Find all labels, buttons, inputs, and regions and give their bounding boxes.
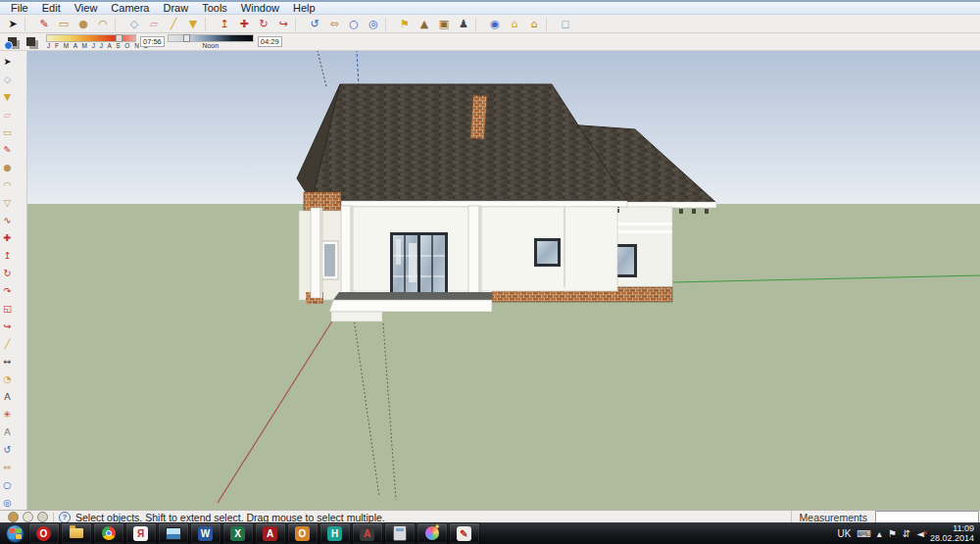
arc-tool-button[interactable]: ◠ xyxy=(0,176,15,194)
taskbar-item-teal-h-app[interactable]: H xyxy=(319,522,351,544)
tray-clock[interactable]: 11:09 28.02.2014 xyxy=(930,523,974,543)
tape-measure-tool-button[interactable]: ╱ xyxy=(165,16,183,33)
taskbar-item-acrobat-reader[interactable]: A xyxy=(255,522,286,544)
shadow-time-slider[interactable]: Noon xyxy=(168,34,254,50)
make-component-tool-button[interactable]: ◇ xyxy=(0,71,15,88)
start-button[interactable] xyxy=(2,523,27,543)
viewport-canvas[interactable] xyxy=(27,51,980,510)
taskbar-item-explorer[interactable] xyxy=(61,522,92,544)
menu-tools[interactable]: Tools xyxy=(195,2,234,14)
rectangle-tool-button[interactable]: ▭ xyxy=(0,124,15,141)
orbit-tool-button[interactable]: ↺ xyxy=(306,16,324,33)
menu-window[interactable]: Window xyxy=(234,2,286,14)
credit-icon[interactable] xyxy=(8,512,19,522)
taskbar-item-word[interactable]: W xyxy=(190,522,221,544)
rotate-tool-button[interactable]: ↻ xyxy=(0,265,15,282)
eraser-tool-button[interactable]: ▱ xyxy=(0,106,15,124)
taskbar-item-opera[interactable]: O xyxy=(28,522,60,544)
paint-bucket-icon: ▼ xyxy=(4,92,11,102)
taskbar-item-paint-app[interactable] xyxy=(416,522,448,544)
circle-tool-button[interactable]: ● xyxy=(0,159,15,176)
zoom-tool-button[interactable]: ○ xyxy=(345,16,364,33)
push-pull-tool-button[interactable]: ↥ xyxy=(0,247,15,265)
help-icon[interactable]: ? xyxy=(59,512,71,523)
paint-bucket-tool-button[interactable]: ▼ xyxy=(0,88,15,106)
make-component-tool-button[interactable]: ◇ xyxy=(125,16,144,33)
separator xyxy=(53,513,54,522)
speaker-muted-icon[interactable]: ◄ xyxy=(916,528,924,539)
sunset-time: 04:29 xyxy=(258,36,282,47)
language-indicator[interactable]: UK xyxy=(838,528,852,539)
toggle-shadows-button[interactable] xyxy=(22,34,39,50)
offset-tool-button[interactable]: ↪ xyxy=(274,16,293,33)
get-models-tool-button[interactable]: ⌂ xyxy=(506,16,524,33)
taskbar-item-calculator[interactable] xyxy=(384,522,416,544)
date-slider-track[interactable] xyxy=(46,34,136,42)
axes-tool-button[interactable]: ✳ xyxy=(0,406,15,423)
photo-textures-tool-button[interactable]: ▣ xyxy=(435,16,454,33)
move-tool-button[interactable]: ✚ xyxy=(235,16,254,33)
orbit-tool-button[interactable]: ↺ xyxy=(0,441,15,459)
sketchup-icon: ✎ xyxy=(457,526,471,541)
line-tool-button[interactable]: ✎ xyxy=(0,141,15,159)
taskbar-item-chrome[interactable] xyxy=(93,522,124,544)
share-model-tool-button[interactable]: ⌂ xyxy=(525,16,544,33)
dimension-tool-button[interactable]: ↔ xyxy=(0,353,15,371)
circle-tool-button[interactable]: ● xyxy=(74,16,93,33)
keyboard-icon[interactable]: ⌨ xyxy=(857,528,870,539)
taskbar-item-outlook[interactable]: O xyxy=(287,522,318,544)
menu-file[interactable]: File xyxy=(4,2,35,14)
menu-help[interactable]: Help xyxy=(286,2,322,14)
menu-camera[interactable]: Camera xyxy=(104,2,156,14)
status-icons[interactable] xyxy=(4,513,48,521)
pan-tool-button[interactable]: ⇔ xyxy=(325,16,344,33)
move-icon: ✚ xyxy=(4,233,12,243)
protractor-tool-button[interactable]: ◔ xyxy=(0,371,15,388)
arc-tool-button[interactable]: ◠ xyxy=(94,16,113,33)
select-tool-button[interactable]: ➤ xyxy=(4,16,23,33)
line-tool-button[interactable]: ✎ xyxy=(35,16,54,33)
paint-bucket-tool-button[interactable]: ▼ xyxy=(184,16,203,33)
taskbar-item-excel[interactable]: X xyxy=(222,522,254,544)
geolocation-icon[interactable] xyxy=(23,512,33,522)
taskbar-item-sketchup[interactable]: ✎ xyxy=(449,522,480,544)
eraser-tool-button[interactable]: ▱ xyxy=(145,16,164,33)
action-center-flag-icon[interactable]: ⚑ xyxy=(888,528,897,539)
pan-tool-button[interactable]: ⇔ xyxy=(0,459,15,476)
shadow-date-slider[interactable]: J F M A M J J A S O N D xyxy=(46,34,136,49)
time-slider-handle[interactable] xyxy=(183,34,190,42)
zoom-tool-button[interactable]: ○ xyxy=(0,476,15,494)
network-icon[interactable]: ⇵ xyxy=(903,528,910,539)
tape-measure-tool-button[interactable]: ╱ xyxy=(0,335,15,353)
taskbar-item-red-badge-app[interactable]: A xyxy=(352,522,383,544)
claim-icon[interactable] xyxy=(37,512,48,522)
polygon-tool-button[interactable]: ▽ xyxy=(0,194,15,212)
select-tool-button[interactable]: ➤ xyxy=(0,53,15,71)
freehand-tool-button[interactable]: ∿ xyxy=(0,212,15,229)
shadow-settings-button[interactable] xyxy=(3,34,21,50)
toggle-terrain-tool-button[interactable]: ▲ xyxy=(416,16,434,33)
rotate-tool-button[interactable]: ↻ xyxy=(255,16,273,33)
menu-view[interactable]: View xyxy=(68,2,105,14)
google-earth-tool-button[interactable]: ◉ xyxy=(486,16,505,33)
chevron-up-icon[interactable]: ▴ xyxy=(877,528,882,539)
add-location-tool-button[interactable]: ⚑ xyxy=(396,16,415,33)
menu-edit[interactable]: Edit xyxy=(35,2,68,14)
taskbar-item-yandex[interactable]: Я xyxy=(125,522,157,544)
scale-tool-button[interactable]: ◱ xyxy=(0,300,15,318)
position-camera-tool-button[interactable]: ♟ xyxy=(455,16,473,33)
push-pull-tool-button[interactable]: ↥ xyxy=(216,16,234,33)
text-tool-button[interactable]: A xyxy=(0,388,15,406)
menu-draw[interactable]: Draw xyxy=(156,2,195,14)
offset-tool-button[interactable]: ↪ xyxy=(0,318,15,335)
component-box-tool-button[interactable]: ◻ xyxy=(557,16,575,33)
follow-me-tool-button[interactable]: ↷ xyxy=(0,282,15,300)
rectangle-tool-button[interactable]: ▭ xyxy=(55,16,74,33)
3d-text-tool-button[interactable]: A xyxy=(0,423,15,441)
zoom-extents-tool-button[interactable]: ◎ xyxy=(365,16,383,33)
move-tool-button[interactable]: ✚ xyxy=(0,229,15,247)
date-slider-handle[interactable] xyxy=(116,34,122,42)
pan-icon: ⇔ xyxy=(4,463,12,472)
taskbar-item-photo-viewer[interactable] xyxy=(158,522,189,544)
time-slider-track[interactable] xyxy=(168,34,254,42)
